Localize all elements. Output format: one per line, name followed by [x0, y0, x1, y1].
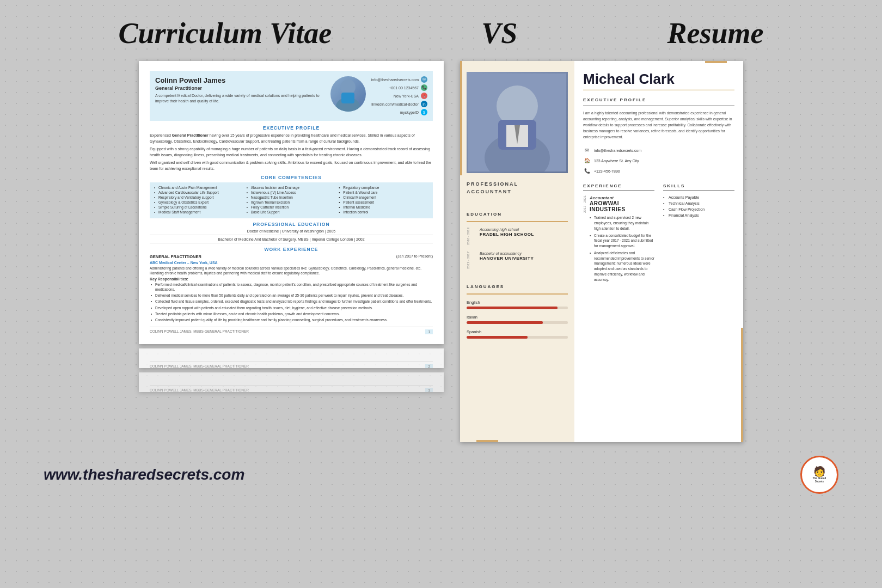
comp-item: Patient assessment: [339, 200, 428, 204]
cv-description: A competent Medical Doctor, delivering a…: [155, 93, 325, 104]
resume-edu-degree-2: Bachelor of accountancy: [480, 252, 568, 255]
resume-phone-icon: 📞: [583, 167, 591, 175]
cv-location-text: New York-USA: [394, 94, 419, 98]
resume-photo: [467, 72, 568, 173]
resume-edu-item-2: 2013 - 2017 Bachelor of accountancy HANO…: [467, 252, 568, 269]
resume-exp-role: Accountant: [590, 195, 654, 200]
comp-item: Abscess Incision and Drainage: [247, 186, 336, 189]
resume-lang-spanish-bar: [467, 336, 568, 339]
linkedin-icon: in: [421, 101, 427, 107]
resume-lang-divider: [467, 293, 568, 295]
accent-bar-right: [741, 328, 743, 442]
cv-skype-text: myskypeID: [400, 111, 419, 114]
cv-page3-number: 3: [425, 388, 433, 392]
cv-page2-number: 2: [425, 364, 433, 368]
cv-work-date: (Jan 2017 to Present): [396, 254, 433, 259]
resume-edu-year-1: 2010 - 2013: [467, 228, 475, 245]
cv-section: Colinn Powell James General Practitioner…: [139, 61, 444, 392]
bottom-section: www.thesharedsecrets.com 🧑 The SharedSec…: [11, 448, 871, 497]
resume-exec-divider: [583, 106, 734, 106]
cv-page-3: COLINN POWELL JAMES, MBBS-GENERAL PRACTI…: [139, 372, 444, 392]
cv-comp-col-3: Regulatory compliance Patient & Wound ca…: [339, 186, 428, 215]
accent-bar-left: [460, 61, 462, 175]
vs-title: VS: [481, 16, 517, 50]
resume-exp-period: 2017 - 2021: [583, 195, 586, 284]
resume-page: PROFESSIONAL ACCOUNTANT EDUCATION 2010 -…: [460, 61, 743, 442]
resume-exec-text: I am a highly talented accounting profes…: [583, 111, 734, 140]
brand-logo: 🧑 The SharedSecrets: [800, 456, 838, 494]
resume-address-text: 123 Anywhere St. Any City: [594, 159, 639, 163]
cv-email: info@thesharedsecrets.com ✉: [371, 76, 427, 83]
skype-icon: S: [421, 109, 427, 115]
comp-item: Gynecology & Obstetrics Expert: [154, 200, 244, 204]
resume-skill-4: Financial Analysis: [663, 213, 734, 217]
cv-footer2-text: COLINN POWELL JAMES, MBBS-GENERAL PRACTI…: [150, 364, 249, 368]
resume-prof-title: PROFESSIONAL ACCOUNTANT: [467, 181, 568, 195]
resume-skills-divider: [663, 191, 734, 191]
cv-responsibilities-title: Key Responsibilities:: [150, 277, 433, 281]
cv-footer3-text: COLINN POWELL JAMES, MBBS-GENERAL PRACTI…: [150, 388, 249, 392]
resume-edu-degree-1: Accounting high school: [480, 228, 568, 231]
resume-title: Resume: [667, 16, 763, 50]
comp-item: Basic Life Support: [247, 210, 336, 214]
cv-location: New York-USA 📍: [394, 93, 427, 99]
cv-phone: +001 00 1234567 📞: [389, 84, 427, 91]
resume-contact-email: ✉ info@thesharedsecrets.com: [583, 146, 734, 154]
resume-skills-section-title: SKILLS: [663, 183, 734, 188]
cv-exec-profile-text2: Equipped with a strong capability of man…: [150, 146, 433, 158]
phone-icon: 📞: [421, 84, 427, 91]
resume-lang-english-name: English: [467, 300, 568, 305]
cv-header: Colinn Powell James General Practitioner…: [150, 71, 433, 121]
cv-job-title: General Practitioner: [155, 85, 325, 91]
cv-edu-2: Bachelor of Medicine And Bachelor of Sur…: [150, 237, 433, 243]
cv-page3-footer: COLINN POWELL JAMES, MBBS-GENERAL PRACTI…: [150, 385, 433, 392]
comp-item: Regulatory compliance: [339, 186, 428, 189]
comp-item: Patient & Wound care: [339, 191, 428, 194]
cv-linkedin: linkedin.com/medical-doctor in: [371, 101, 427, 107]
cv-responsibility-3: Collected fluid and tissue samples, orde…: [150, 299, 433, 304]
cv-comp-col-1: Chronic and Acute Pain Management Advanc…: [154, 186, 244, 215]
cv-edu-1: Doctor of Medicine | University of Washi…: [150, 229, 433, 235]
cv-page-number: 1: [425, 329, 433, 334]
cv-email-text: info@thesharedsecrets.com: [371, 78, 419, 82]
cv-linkedin-text: linkedin.com/medical-doctor: [371, 102, 419, 106]
resume-lang-italian-bar: [467, 321, 568, 324]
cv-exec-profile-title: EXECUTIVE PROFILE: [150, 125, 433, 131]
resume-experience-col: EXPERIENCE 2017 - 2021 Accountant AROWWA…: [583, 183, 654, 284]
cv-work-title: WORK EXPERIENCE: [150, 247, 433, 252]
cv-page2-footer: COLINN POWELL JAMES, MBBS-GENERAL PRACTI…: [150, 362, 433, 368]
resume-skill-3: Cash Flow Projection: [663, 207, 734, 211]
logo-person-icon: 🧑: [813, 467, 825, 476]
cv-title: Curriculum Vitae: [119, 16, 332, 50]
cv-work-role: GENERAL PRACTITIONER: [150, 254, 201, 259]
comp-item: Internal Medicine: [339, 205, 428, 209]
comp-item: Chronic and Acute Pain Management: [154, 186, 244, 189]
cv-exec-profile-text: Experienced General Practitioner having …: [150, 133, 433, 144]
resume-exp-company: AROWWAI INDUSTRIES: [590, 200, 654, 212]
comp-item: Simple Suturing of Lacerations: [154, 205, 244, 209]
resume-lang-title: LANGUAGES: [467, 284, 568, 289]
resume-lang-english-fill: [467, 307, 558, 309]
cv-work-company: ABC Medical Center – New York, USA: [150, 261, 433, 265]
resume-phone-text: +123-456-7890: [594, 169, 620, 173]
comp-item: Infection control: [339, 210, 428, 214]
resume-edu-item-1: 2010 - 2013 Accounting high school FRADE…: [467, 228, 568, 245]
cv-skype: myskypeID S: [400, 109, 427, 115]
resume-exp-row: 2017 - 2021 Accountant AROWWAI INDUSTRIE…: [583, 195, 654, 284]
cv-header-left: Colinn Powell James General Practitioner…: [155, 76, 325, 104]
comp-item: Advanced Cardiovascular Life Support: [154, 191, 244, 194]
resume-exp-content: Accountant AROWWAI INDUSTRIES Trained an…: [590, 195, 654, 284]
cv-responsibility-1: Performed medical/clinical examinations …: [150, 282, 433, 292]
resume-contact-phone: 📞 +123-456-7890: [583, 167, 734, 175]
page-header: Curriculum Vitae VS Resume: [11, 11, 871, 56]
resume-address-icon: 🏠: [583, 157, 591, 164]
resume-two-col: EXPERIENCE 2017 - 2021 Accountant AROWWA…: [583, 183, 734, 284]
cv-responsibility-4: Developed open rapport with patients and…: [150, 305, 433, 310]
resume-exp-bullet-3: Analyzed deficiencies and recommended im…: [590, 250, 654, 283]
comp-item: Medical Staff Management: [154, 210, 244, 214]
resume-lang-english-bar: [467, 307, 568, 309]
resume-exp-section-title: EXPERIENCE: [583, 183, 654, 188]
location-icon: 📍: [421, 93, 427, 99]
cv-phone-text: +001 00 1234567: [389, 86, 419, 90]
resume-lang-spanish-fill: [467, 336, 528, 339]
